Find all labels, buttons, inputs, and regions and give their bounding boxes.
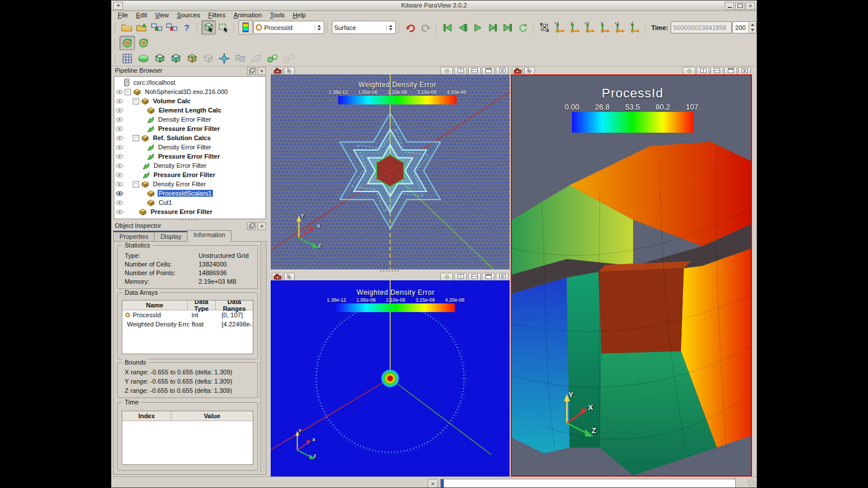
pipeline-item[interactable]: Pressure Error Filter <box>114 152 265 161</box>
reset-camera-button[interactable] <box>537 20 552 35</box>
view-minus-y-button[interactable]: -Y <box>598 20 612 35</box>
save-data-button[interactable] <box>134 20 149 35</box>
dock-splitter[interactable] <box>114 218 265 220</box>
extract-block-button[interactable] <box>200 51 216 66</box>
pipeline-browser-title[interactable]: Pipeline Browser ✕ <box>113 66 270 75</box>
select-cells-button[interactable] <box>201 20 216 35</box>
spin-buttons[interactable] <box>748 22 756 33</box>
menu-tools[interactable]: Tools <box>266 11 289 19</box>
visibility-eye-icon[interactable] <box>114 154 125 159</box>
pipeline-item-server[interactable]: csrc://localhost <box>114 78 265 87</box>
visibility-eye-icon[interactable] <box>114 89 125 95</box>
render-view-bottom[interactable]: Y X Z Weighted Density Error 1.38e-12 1.… <box>271 272 510 476</box>
lookmark-button[interactable] <box>683 67 695 75</box>
visibility-eye-icon[interactable] <box>114 145 125 150</box>
split-horizontal-button[interactable] <box>697 67 709 75</box>
split-horizontal-button[interactable] <box>454 67 467 75</box>
view-plus-x-button[interactable]: +X <box>552 20 567 35</box>
visibility-eye-icon[interactable] <box>114 191 125 196</box>
toolbar-handle[interactable] <box>233 22 236 33</box>
dock-float-button[interactable] <box>247 222 256 230</box>
connect-server-button[interactable] <box>149 20 164 35</box>
toolbar-handle[interactable] <box>327 22 330 33</box>
menu-sources[interactable]: Sources <box>173 11 204 19</box>
tab-information[interactable]: Information <box>187 230 231 242</box>
pipeline-item[interactable]: Density Error Filter <box>114 142 265 152</box>
reset-rotation-center-button[interactable] <box>136 36 151 50</box>
threshold-button[interactable] <box>168 51 184 66</box>
render-canvas[interactable]: Y X Z Weighted Density Error 1.38e-12 1.… <box>271 74 510 269</box>
split-vertical-button[interactable] <box>468 273 481 281</box>
tab-properties[interactable]: Properties <box>113 232 155 242</box>
undo-button[interactable] <box>403 20 418 35</box>
toolbar-handle[interactable] <box>533 22 536 33</box>
column-header[interactable]: Data Ranges <box>216 301 253 310</box>
color-by-combo[interactable]: ProcessId <box>253 21 325 34</box>
visibility-eye-icon[interactable] <box>114 200 125 205</box>
table-row[interactable]: Weighted Density Error float [4.22498e-1… <box>122 320 253 329</box>
column-header[interactable]: Name <box>122 301 188 310</box>
resize-grip[interactable] <box>747 479 755 487</box>
interact-mode-button[interactable] <box>284 273 295 281</box>
group-datasets-button[interactable] <box>265 51 280 66</box>
pipeline-item[interactable]: Element Length Calc <box>114 106 265 115</box>
tab-display[interactable]: Display <box>154 232 188 242</box>
lookmark-button[interactable] <box>440 273 453 281</box>
visibility-eye-icon[interactable] <box>114 182 125 187</box>
toolbar-handle[interactable] <box>645 22 648 33</box>
clip-button[interactable] <box>136 51 151 66</box>
pick-rotation-center-button[interactable] <box>119 36 135 50</box>
stream-tracer-button[interactable] <box>233 51 248 66</box>
dock-float-button[interactable] <box>247 67 256 75</box>
pipeline-item[interactable]: Density Error Filter <box>114 115 265 124</box>
toolbar-handle[interactable] <box>114 22 117 33</box>
toolbar-handle[interactable] <box>196 22 199 33</box>
previous-frame-button[interactable] <box>455 20 470 35</box>
table-row[interactable]: ProcessId int [0, 107] <box>122 310 253 320</box>
slice-button[interactable] <box>152 51 167 66</box>
dock-close-button[interactable]: ✕ <box>257 67 266 75</box>
lookmark-button[interactable] <box>440 67 453 75</box>
visibility-eye-icon[interactable] <box>114 209 125 215</box>
pipeline-item[interactable]: −Ref. Solution Calcs <box>114 133 265 142</box>
pipeline-item[interactable]: Pressure Error Filter <box>114 170 265 179</box>
expander-icon[interactable]: − <box>133 135 139 141</box>
frame-spinbox[interactable]: 200 <box>732 21 757 33</box>
close-button[interactable]: ✕ <box>746 2 755 10</box>
extract-level-button[interactable] <box>281 51 297 66</box>
expander-icon[interactable]: − <box>133 181 139 187</box>
column-header[interactable]: Data Type <box>188 301 216 310</box>
pipeline-item[interactable]: Pressure Error Filter <box>114 207 265 216</box>
calculator-button[interactable] <box>119 51 135 66</box>
maximize-button[interactable] <box>735 2 744 10</box>
help-button[interactable]: ? <box>179 20 194 35</box>
rubber-band-select-button[interactable] <box>216 20 231 35</box>
view-minus-x-button[interactable]: -X <box>567 20 582 35</box>
disconnect-server-button[interactable] <box>164 20 179 35</box>
redo-button[interactable] <box>418 20 433 35</box>
menu-help[interactable]: Help <box>289 11 310 19</box>
last-frame-button[interactable] <box>500 20 515 35</box>
menu-file[interactable]: File <box>114 11 132 19</box>
column-header[interactable]: Index <box>122 411 171 421</box>
open-file-button[interactable] <box>119 20 134 35</box>
maximize-view-button[interactable] <box>482 273 495 281</box>
edit-colormap-button[interactable] <box>238 20 253 35</box>
abort-button[interactable]: ✕ <box>428 479 438 488</box>
title-bar[interactable]: Kitware ParaView 3.0.2 ✕ <box>111 1 757 11</box>
pipeline-item[interactable]: Pressure Error Filter <box>114 124 265 133</box>
pipeline-item[interactable]: −Volume Calc <box>114 96 265 106</box>
toolbar-handle[interactable] <box>114 38 117 48</box>
expander-icon[interactable]: − <box>133 98 139 104</box>
pipeline-item-source[interactable]: −NohSpherical3D.exo.216.000 <box>114 87 265 96</box>
menu-filters[interactable]: Filters <box>204 11 230 19</box>
visibility-eye-icon[interactable] <box>114 163 125 168</box>
interact-mode-button[interactable] <box>284 67 295 75</box>
visibility-eye-icon[interactable] <box>114 136 125 141</box>
split-horizontal-button[interactable] <box>454 273 467 281</box>
visibility-eye-icon[interactable] <box>114 172 125 178</box>
visibility-eye-icon[interactable] <box>114 99 125 104</box>
glyph-button[interactable] <box>216 51 232 66</box>
close-view-button[interactable] <box>496 67 508 75</box>
close-view-button[interactable] <box>496 273 508 281</box>
